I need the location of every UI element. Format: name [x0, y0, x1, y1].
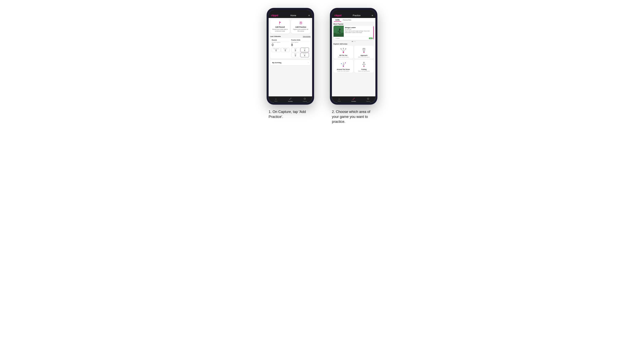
arg-value: 0: [292, 54, 299, 57]
bottom-nav-1: ⌂ Home Activities: [268, 96, 312, 103]
capture-icon-1: [304, 98, 306, 101]
nav-home-2[interactable]: ⌂ Home: [332, 98, 346, 102]
ott-value: 0: [292, 49, 299, 51]
featured-image: [334, 26, 344, 37]
svg-line-44: [353, 98, 354, 99]
nav-activities-label-1: Activities: [288, 101, 293, 102]
stats-section: Last 3 Months View Activity Rounds Round…: [268, 35, 312, 59]
svg-point-15: [336, 33, 342, 34]
add-round-card[interactable]: Add Round Record your shots fast or enha…: [270, 19, 290, 33]
featured-title: Wedge Ladder: [345, 27, 373, 28]
svg-line-7: [290, 98, 291, 99]
app-badge: APP: [369, 37, 373, 39]
red-sidebar: [373, 26, 374, 40]
featured-yds: 50-100 yds: [345, 29, 373, 30]
rounds-capture-label: Rounds Capture: [272, 42, 290, 43]
practice-content: Most Popular ☆: [332, 22, 376, 96]
view-activity-link[interactable]: View Activity: [303, 36, 310, 37]
featured-card[interactable]: ☆: [334, 26, 374, 40]
phone-1-screen: clippd Home ≡: [268, 10, 312, 103]
dot-2: [353, 41, 354, 42]
page-wrapper: clippd Home ≡: [266, 8, 378, 124]
svg-point-31: [364, 48, 364, 49]
dot-3: [355, 41, 356, 42]
app-item: APP 4: [300, 48, 309, 52]
putt-item: PUTT 4: [300, 53, 309, 57]
shots-label: ○ 9 shots: [335, 38, 340, 39]
practice-icon: [292, 21, 309, 25]
featured-desc: Play 1 shot at each target yardage. If y…: [345, 30, 373, 33]
add-round-title: Add Round: [271, 26, 288, 28]
skill-putting-desc: Make and lag practice: [358, 70, 370, 72]
nav-capture-label-1: Capture: [303, 101, 307, 102]
featured-info: Wedge Ladder 50-100 yds Play 1 shot at e…: [344, 26, 374, 37]
svg-point-22: [343, 52, 344, 53]
drills-value: 8: [291, 43, 309, 47]
header-title-1: Home: [290, 14, 296, 16]
activities-icon-1: [289, 98, 292, 101]
skill-approach-card[interactable]: Approach Dial-in to hit the green: [354, 46, 374, 59]
ott-item: OTT 0: [291, 48, 300, 52]
svg-point-16: [339, 29, 340, 30]
add-practice-card[interactable]: Add Practice Capture your practice off-t…: [291, 19, 310, 33]
chevron-right-icon: ›: [308, 62, 308, 64]
rounds-label: Rounds: [272, 39, 290, 41]
menu-icon-2[interactable]: ≡: [372, 14, 373, 16]
svg-point-29: [364, 52, 364, 53]
most-popular-label: Most Popular: [332, 22, 376, 26]
screen-content-1: Add Round Record your shots fast or enha…: [268, 18, 312, 96]
nav-home-1[interactable]: ⌂ Home: [268, 98, 283, 102]
skill-ott-title: Off The Tee: [339, 54, 347, 56]
caption-2: 2. Choose which area of your game you wa…: [332, 109, 376, 124]
app-header-2: clippd Practice ≡: [332, 13, 376, 18]
svg-line-23: [341, 49, 343, 52]
capture-icon-2: [367, 98, 369, 101]
practice-rounds-item: Practice 0: [281, 48, 290, 52]
nav-home-label-1: Home: [274, 101, 278, 102]
app-logo-2: clippd: [334, 14, 342, 17]
explore-label: Explore skill areas: [332, 43, 376, 46]
nav-home-label-2: Home: [338, 101, 341, 102]
drills-small-grid: OTT 0 APP 4 ARG: [291, 48, 309, 57]
skill-approach-desc: Dial-in to hit the green: [358, 56, 370, 58]
add-round-desc: Record your shots fast or enhanced mode: [271, 28, 288, 32]
dot-1: [352, 41, 353, 42]
stats-header: Last 3 Months View Activity: [270, 35, 310, 37]
drills-col: Practice Drills Drills Capture 8 OTT 0: [291, 39, 309, 57]
svg-point-41: [365, 64, 366, 65]
nav-capture-1[interactable]: Capture: [298, 98, 312, 102]
app-header-1: clippd Home ≡: [268, 13, 312, 18]
tab-drills[interactable]: Drills: [334, 18, 341, 22]
drills-label: Practice Drills: [291, 39, 309, 41]
skill-putting-card[interactable]: Putting Make and lag practice: [354, 60, 374, 73]
rounds-value: 0: [272, 43, 290, 47]
svg-point-33: [343, 66, 344, 67]
skill-atg-title: Around The Green: [337, 69, 350, 70]
skill-atg-card[interactable]: Around The Green Hone your short game: [334, 60, 353, 73]
action-cards: Add Round Record your shots fast or enha…: [268, 18, 312, 35]
add-practice-title: Add Practice: [292, 26, 309, 28]
status-bar-2: [332, 10, 376, 13]
nav-activities-label-2: Activities: [351, 101, 356, 102]
skill-ott-card[interactable]: Off The Tee Power and accuracy: [334, 46, 353, 59]
bottom-nav-2: ⌂ Home Activities: [332, 96, 376, 103]
practice-rounds-value: 0: [282, 49, 289, 51]
header-title-2: Practice: [353, 14, 360, 16]
status-bar-1: [268, 10, 312, 13]
putt-value: 4: [302, 54, 308, 57]
nav-activities-2[interactable]: Activities: [346, 98, 361, 102]
svg-point-40: [362, 64, 363, 65]
star-icon[interactable]: ☆: [372, 27, 373, 28]
phone-1-section: clippd Home ≡: [266, 8, 314, 119]
menu-icon-1[interactable]: ≡: [308, 14, 310, 16]
skill-atg-desc: Hone your short game: [338, 70, 349, 72]
golf-bag-label: My Golf Bag: [272, 62, 282, 64]
golf-bag-row[interactable]: My Golf Bag ›: [270, 60, 310, 65]
nav-activities-1[interactable]: Activities: [283, 98, 298, 102]
caption-1: 1. On Capture, tap 'Add Practice'.: [268, 109, 312, 119]
nav-capture-2[interactable]: Capture: [361, 98, 376, 102]
skill-ott-desc: Power and accuracy: [338, 56, 349, 58]
dots-indicator: [332, 41, 376, 42]
tab-favourites[interactable]: Favourites: [341, 18, 353, 22]
skill-grid: Off The Tee Power and accuracy: [332, 46, 376, 74]
